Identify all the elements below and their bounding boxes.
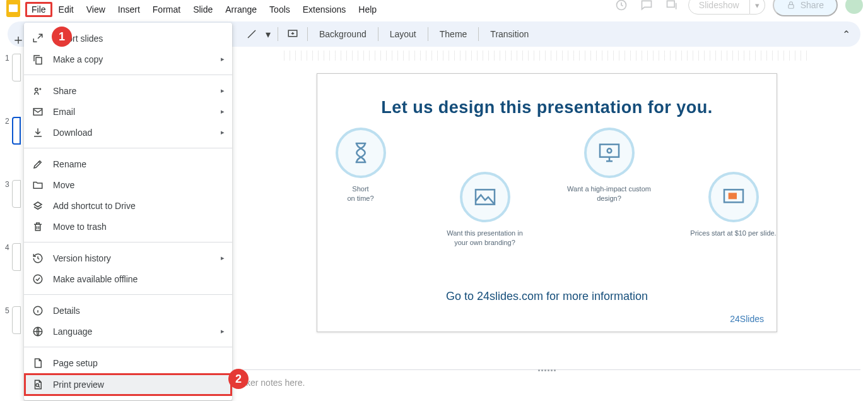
menu-extensions[interactable]: Extensions <box>296 2 352 17</box>
picture-icon <box>460 172 510 222</box>
collapse-toolbar[interactable]: ⌃ <box>836 25 855 44</box>
history-icon[interactable] <box>613 0 630 14</box>
menu-shortcut-label: Add shortcut to Drive <box>53 201 225 211</box>
offline-icon <box>32 273 44 285</box>
download-icon <box>32 126 44 139</box>
shortcut-icon <box>32 200 44 212</box>
menu-format[interactable]: Format <box>146 2 187 17</box>
submenu-arrow-icon: ▸ <box>221 128 225 136</box>
divider <box>24 347 232 347</box>
divider <box>24 242 232 242</box>
menu-printpreview-label: Print preview <box>53 380 225 390</box>
canvas-area: Let us design this presentation for you.… <box>233 51 860 366</box>
share-button[interactable]: Share <box>773 0 838 16</box>
slideshow-dropdown[interactable]: ▾ <box>750 0 765 15</box>
menu-help[interactable]: Help <box>352 2 383 17</box>
menu-email[interactable]: Email ▸ <box>24 101 232 122</box>
menu-download-label: Download <box>53 128 212 138</box>
comment-tool[interactable] <box>283 25 302 44</box>
menu-details[interactable]: Details <box>24 300 232 321</box>
globe-icon <box>32 325 44 338</box>
divider <box>24 148 232 148</box>
notes-resize-handle[interactable] <box>534 368 560 373</box>
slideshow-button[interactable]: Slideshow <box>688 0 750 15</box>
share-label: Share <box>801 0 824 10</box>
divider <box>24 75 232 75</box>
thumb <box>12 117 21 145</box>
monitor-icon <box>584 128 635 178</box>
menu-make-copy[interactable]: Make a copy ▸ <box>24 49 232 69</box>
menu-download[interactable]: Download ▸ <box>24 122 232 143</box>
menu-version-label: Version history <box>53 253 212 263</box>
line-tool[interactable] <box>242 25 261 44</box>
thumb <box>12 243 21 271</box>
speaker-notes[interactable]: ker notes here. <box>233 369 860 401</box>
menu-language[interactable]: Language ▸ <box>24 321 232 342</box>
icon-caption: Want this presentation in your own brand… <box>442 229 528 248</box>
slide-title: Let us design this presentation for you. <box>317 98 777 117</box>
submenu-arrow-icon: ▸ <box>221 327 225 335</box>
svg-point-9 <box>33 275 42 284</box>
filmstrip-slide-5[interactable]: 5 <box>0 306 24 334</box>
menu-pagesetup-label: Page setup <box>53 358 225 368</box>
menu-email-label: Email <box>53 107 212 117</box>
submenu-arrow-icon: ▸ <box>221 87 225 95</box>
menu-edit[interactable]: Edit <box>52 2 80 17</box>
file-menu-dropdown: Import slides Make a copy ▸ Share ▸ Emai… <box>24 23 232 400</box>
slide[interactable]: Let us design this presentation for you.… <box>317 73 777 332</box>
page-icon <box>32 357 44 369</box>
menu-printpreview[interactable]: Print preview <box>24 373 232 396</box>
menu-trash[interactable]: Move to trash <box>24 216 232 237</box>
menu-version[interactable]: Version history ▸ <box>24 248 232 268</box>
separator <box>428 27 428 41</box>
line-dropdown[interactable]: ▾ <box>264 25 273 44</box>
menu-tools[interactable]: Tools <box>263 2 296 17</box>
filmstrip-slide-2[interactable]: 2 <box>0 117 24 145</box>
layout-button[interactable]: Layout <box>384 27 423 42</box>
menu-view[interactable]: View <box>80 2 112 17</box>
menu-share[interactable]: Share ▸ <box>24 80 232 101</box>
menu-rename-label: Rename <box>53 159 225 169</box>
menu-rename[interactable]: Rename <box>24 153 232 174</box>
menu-copy-label: Make a copy <box>53 54 212 64</box>
comments-icon[interactable] <box>638 0 655 14</box>
svg-rect-4 <box>789 4 794 8</box>
move-icon <box>32 179 44 191</box>
menu-offline[interactable]: Make available offline <box>24 268 232 289</box>
menu-arrange[interactable]: Arrange <box>219 2 263 17</box>
thumb <box>12 54 21 81</box>
present-icon[interactable] <box>663 0 681 14</box>
icon-caption: Prices start at $10 per slide. <box>690 229 777 238</box>
trash-icon <box>32 220 44 233</box>
background-button[interactable]: Background <box>313 27 373 42</box>
menu-insert[interactable]: Insert <box>112 2 146 17</box>
filmstrip-slide-1[interactable]: 1 <box>0 54 24 81</box>
top-right-controls: Slideshow ▾ Share <box>613 0 863 16</box>
svg-point-7 <box>35 88 38 91</box>
menu-details-label: Details <box>53 306 225 316</box>
separator <box>307 27 308 41</box>
menu-language-label: Language <box>53 326 212 337</box>
menu-slide[interactable]: Slide <box>187 2 219 17</box>
menu-file[interactable]: File <box>25 2 52 17</box>
annotation-2: 2 <box>228 369 249 389</box>
filmstrip-slide-3[interactable]: 3 <box>0 180 24 208</box>
price-icon <box>708 172 759 222</box>
print-icon <box>32 400 44 401</box>
filmstrip-slide-4[interactable]: 4 <box>0 243 24 271</box>
slide-icons-row: Short on time? Want this presentation in… <box>317 128 777 248</box>
menu-shortcut[interactable]: Add shortcut to Drive <box>24 195 232 216</box>
menu-move[interactable]: Move <box>24 174 232 195</box>
filmstrip: 1 2 3 4 5 <box>0 54 24 401</box>
theme-button[interactable]: Theme <box>433 27 474 42</box>
transition-button[interactable]: Transition <box>484 27 535 42</box>
ruler <box>284 51 810 61</box>
menu-pagesetup[interactable]: Page setup <box>24 352 232 373</box>
slide-footer: Go to 24slides.com for more information <box>317 290 777 303</box>
avatar[interactable] <box>845 0 863 14</box>
menu-offline-label: Make available offline <box>53 274 225 284</box>
submenu-arrow-icon: ▸ <box>221 55 225 63</box>
menu-print[interactable] <box>24 396 232 400</box>
separator <box>278 27 278 41</box>
submenu-arrow-icon: ▸ <box>221 254 225 262</box>
